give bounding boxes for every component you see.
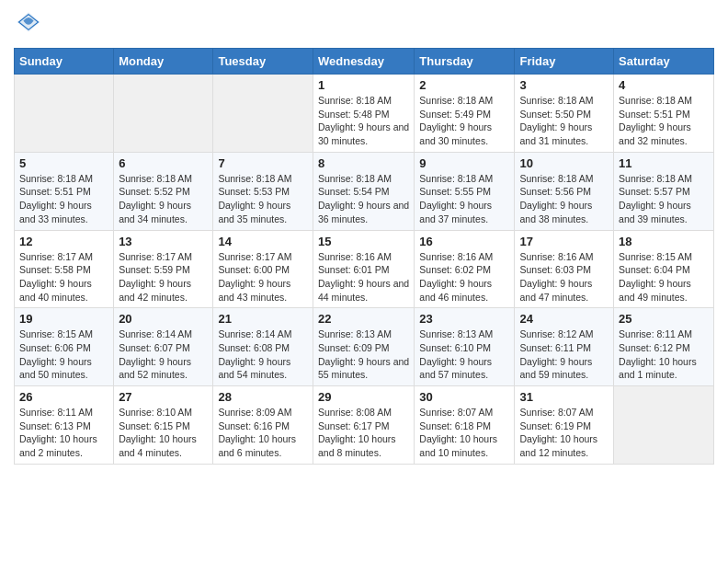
day-number: 9 — [419, 156, 509, 170]
day-number: 18 — [619, 235, 709, 248]
day-info: Sunrise: 8:18 AM Sunset: 5:56 PM Dayligh… — [519, 172, 609, 226]
day-info: Sunrise: 8:07 AM Sunset: 6:19 PM Dayligh… — [519, 406, 609, 460]
day-number: 17 — [519, 235, 609, 248]
calendar-cell: 19Sunrise: 8:15 AM Sunset: 6:06 PM Dayli… — [15, 308, 114, 386]
day-info: Sunrise: 8:11 AM Sunset: 6:13 PM Dayligh… — [19, 406, 108, 460]
day-number: 30 — [419, 390, 509, 404]
day-number: 29 — [318, 390, 409, 404]
day-number: 3 — [519, 78, 609, 92]
week-row-5: 26Sunrise: 8:11 AM Sunset: 6:13 PM Dayli… — [15, 386, 714, 465]
day-info: Sunrise: 8:18 AM Sunset: 5:57 PM Dayligh… — [619, 172, 709, 226]
day-info: Sunrise: 8:18 AM Sunset: 5:49 PM Dayligh… — [419, 94, 509, 148]
calendar-cell: 22Sunrise: 8:13 AM Sunset: 6:09 PM Dayli… — [313, 308, 414, 386]
day-number: 1 — [318, 78, 409, 92]
day-number: 16 — [419, 235, 509, 248]
weekday-friday: Friday — [515, 49, 614, 75]
day-number: 28 — [218, 390, 308, 404]
day-number: 12 — [19, 235, 108, 248]
day-info: Sunrise: 8:18 AM Sunset: 5:53 PM Dayligh… — [218, 172, 308, 226]
calendar-cell: 30Sunrise: 8:07 AM Sunset: 6:18 PM Dayli… — [415, 386, 515, 465]
calendar-cell: 3Sunrise: 8:18 AM Sunset: 5:50 PM Daylig… — [515, 75, 614, 153]
calendar-cell: 13Sunrise: 8:17 AM Sunset: 5:59 PM Dayli… — [114, 230, 213, 308]
day-info: Sunrise: 8:18 AM Sunset: 5:52 PM Dayligh… — [119, 172, 208, 226]
weekday-thursday: Thursday — [415, 49, 515, 75]
day-number: 24 — [519, 312, 609, 326]
weekday-saturday: Saturday — [614, 49, 714, 75]
day-info: Sunrise: 8:18 AM Sunset: 5:51 PM Dayligh… — [19, 172, 108, 226]
calendar-cell: 27Sunrise: 8:10 AM Sunset: 6:15 PM Dayli… — [114, 386, 213, 465]
week-row-3: 12Sunrise: 8:17 AM Sunset: 5:58 PM Dayli… — [15, 230, 714, 308]
calendar-cell: 12Sunrise: 8:17 AM Sunset: 5:58 PM Dayli… — [15, 230, 114, 308]
calendar-cell: 11Sunrise: 8:18 AM Sunset: 5:57 PM Dayli… — [614, 152, 714, 230]
calendar-cell: 4Sunrise: 8:18 AM Sunset: 5:51 PM Daylig… — [614, 75, 714, 153]
calendar-cell: 17Sunrise: 8:16 AM Sunset: 6:03 PM Dayli… — [515, 230, 614, 308]
calendar-cell — [15, 75, 114, 153]
day-number: 22 — [318, 312, 409, 326]
day-number: 25 — [619, 312, 709, 326]
logo — [14, 9, 41, 39]
day-info: Sunrise: 8:18 AM Sunset: 5:54 PM Dayligh… — [318, 172, 409, 226]
calendar-cell: 31Sunrise: 8:07 AM Sunset: 6:19 PM Dayli… — [515, 386, 614, 465]
calendar: SundayMondayTuesdayWednesdayThursdayFrid… — [14, 48, 714, 465]
day-number: 5 — [19, 156, 108, 170]
calendar-cell: 16Sunrise: 8:16 AM Sunset: 6:02 PM Dayli… — [415, 230, 515, 308]
day-number: 2 — [419, 78, 509, 92]
calendar-cell: 23Sunrise: 8:13 AM Sunset: 6:10 PM Dayli… — [415, 308, 515, 386]
calendar-cell — [114, 75, 213, 153]
day-info: Sunrise: 8:08 AM Sunset: 6:17 PM Dayligh… — [318, 406, 409, 460]
day-number: 20 — [119, 312, 208, 326]
weekday-tuesday: Tuesday — [213, 49, 313, 75]
day-info: Sunrise: 8:15 AM Sunset: 6:06 PM Dayligh… — [19, 327, 108, 382]
day-number: 23 — [419, 312, 509, 326]
weekday-header-row: SundayMondayTuesdayWednesdayThursdayFrid… — [15, 49, 714, 75]
week-row-2: 5Sunrise: 8:18 AM Sunset: 5:51 PM Daylig… — [15, 152, 714, 230]
day-info: Sunrise: 8:10 AM Sunset: 6:15 PM Dayligh… — [119, 406, 208, 460]
calendar-cell: 7Sunrise: 8:18 AM Sunset: 5:53 PM Daylig… — [213, 152, 313, 230]
day-number: 21 — [218, 312, 308, 326]
day-number: 13 — [119, 235, 208, 248]
day-info: Sunrise: 8:14 AM Sunset: 6:07 PM Dayligh… — [119, 327, 208, 382]
day-number: 27 — [119, 390, 208, 404]
day-number: 10 — [519, 156, 609, 170]
calendar-cell — [614, 386, 714, 465]
day-number: 8 — [318, 156, 409, 170]
calendar-cell: 1Sunrise: 8:18 AM Sunset: 5:48 PM Daylig… — [313, 75, 414, 153]
day-info: Sunrise: 8:16 AM Sunset: 6:03 PM Dayligh… — [519, 250, 609, 304]
day-info: Sunrise: 8:18 AM Sunset: 5:51 PM Dayligh… — [619, 94, 709, 148]
day-number: 19 — [19, 312, 108, 326]
calendar-cell: 20Sunrise: 8:14 AM Sunset: 6:07 PM Dayli… — [114, 308, 213, 386]
day-info: Sunrise: 8:17 AM Sunset: 5:59 PM Dayligh… — [119, 250, 208, 304]
day-number: 31 — [519, 390, 609, 404]
calendar-cell: 28Sunrise: 8:09 AM Sunset: 6:16 PM Dayli… — [213, 386, 313, 465]
day-number: 11 — [619, 156, 709, 170]
day-info: Sunrise: 8:07 AM Sunset: 6:18 PM Dayligh… — [419, 406, 509, 460]
calendar-cell: 10Sunrise: 8:18 AM Sunset: 5:56 PM Dayli… — [515, 152, 614, 230]
calendar-cell: 15Sunrise: 8:16 AM Sunset: 6:01 PM Dayli… — [313, 230, 414, 308]
week-row-1: 1Sunrise: 8:18 AM Sunset: 5:48 PM Daylig… — [15, 75, 714, 153]
calendar-cell: 29Sunrise: 8:08 AM Sunset: 6:17 PM Dayli… — [313, 386, 414, 465]
day-info: Sunrise: 8:17 AM Sunset: 6:00 PM Dayligh… — [218, 250, 308, 304]
day-info: Sunrise: 8:13 AM Sunset: 6:10 PM Dayligh… — [419, 327, 509, 382]
day-info: Sunrise: 8:14 AM Sunset: 6:08 PM Dayligh… — [218, 327, 308, 382]
day-info: Sunrise: 8:16 AM Sunset: 6:01 PM Dayligh… — [318, 250, 409, 304]
day-info: Sunrise: 8:13 AM Sunset: 6:09 PM Dayligh… — [318, 327, 409, 382]
day-info: Sunrise: 8:17 AM Sunset: 5:58 PM Dayligh… — [19, 250, 108, 304]
logo-icon — [16, 9, 41, 35]
day-number: 26 — [19, 390, 108, 404]
header — [14, 9, 714, 39]
day-info: Sunrise: 8:16 AM Sunset: 6:02 PM Dayligh… — [419, 250, 509, 304]
day-info: Sunrise: 8:09 AM Sunset: 6:16 PM Dayligh… — [218, 406, 308, 460]
calendar-cell: 14Sunrise: 8:17 AM Sunset: 6:00 PM Dayli… — [213, 230, 313, 308]
day-number: 6 — [119, 156, 208, 170]
day-info: Sunrise: 8:12 AM Sunset: 6:11 PM Dayligh… — [519, 327, 609, 382]
day-info: Sunrise: 8:15 AM Sunset: 6:04 PM Dayligh… — [619, 250, 709, 304]
calendar-cell: 9Sunrise: 8:18 AM Sunset: 5:55 PM Daylig… — [415, 152, 515, 230]
calendar-cell: 18Sunrise: 8:15 AM Sunset: 6:04 PM Dayli… — [614, 230, 714, 308]
day-info: Sunrise: 8:18 AM Sunset: 5:48 PM Dayligh… — [318, 94, 409, 148]
page: SundayMondayTuesdayWednesdayThursdayFrid… — [0, 0, 728, 478]
day-info: Sunrise: 8:18 AM Sunset: 5:50 PM Dayligh… — [519, 94, 609, 148]
calendar-cell: 26Sunrise: 8:11 AM Sunset: 6:13 PM Dayli… — [15, 386, 114, 465]
calendar-cell: 6Sunrise: 8:18 AM Sunset: 5:52 PM Daylig… — [114, 152, 213, 230]
day-number: 4 — [619, 78, 709, 92]
calendar-cell: 5Sunrise: 8:18 AM Sunset: 5:51 PM Daylig… — [15, 152, 114, 230]
